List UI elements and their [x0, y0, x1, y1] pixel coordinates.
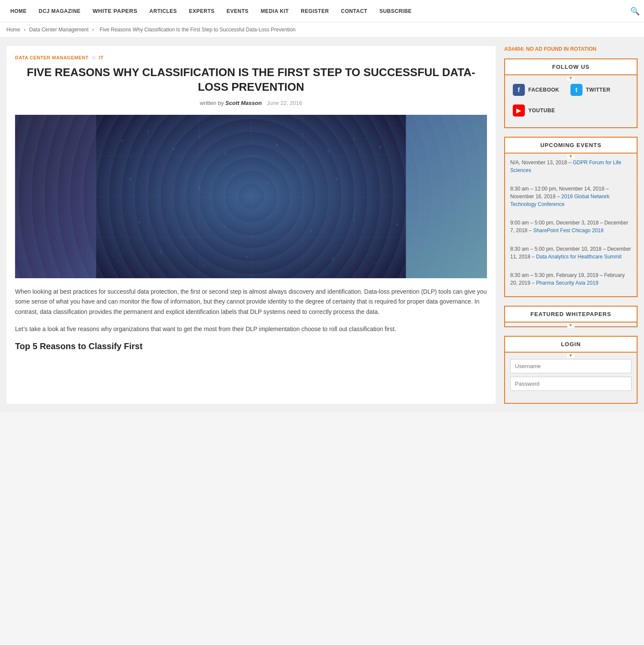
svg-point-29: [203, 264, 205, 266]
svg-point-33: [375, 262, 377, 264]
main-content: DATA CENTER MANAGEMENT ◇ IT FIVE REASONS…: [6, 46, 496, 404]
login-header: LOGIN: [505, 337, 637, 353]
svg-point-1: [121, 139, 123, 142]
event-item-2: 8:30 am – 12:00 pm, November 14, 2018 – …: [505, 180, 637, 214]
upcoming-events-widget: UPCOMING EVENTS N/A, November 13, 2018 –…: [504, 137, 638, 297]
twitter-link[interactable]: t TWITTER: [567, 82, 614, 98]
svg-point-22: [224, 225, 227, 228]
sidebar: AS#404: NO AD FOUND IN ROTATION FOLLOW U…: [504, 46, 638, 404]
svg-point-12: [129, 178, 132, 181]
nav-home[interactable]: HOME: [4, 0, 33, 22]
svg-point-3: [173, 148, 175, 150]
nav-dcj-magazine[interactable]: DCJ MAGAZINE: [33, 0, 86, 22]
svg-point-10: [354, 138, 355, 139]
article-category2-link[interactable]: IT: [99, 55, 104, 60]
breadcrumb: Home › Data Center Management › Five Rea…: [0, 22, 644, 37]
follow-us-widget: FOLLOW US f FACEBOOK t TWITTER ▶ YOUTUBE: [504, 58, 638, 128]
svg-point-28: [160, 251, 162, 254]
nav-media-kit[interactable]: MEDIA KIT: [255, 0, 295, 22]
social-links: f FACEBOOK t TWITTER ▶ YOUTUBE: [505, 75, 637, 121]
search-icon[interactable]: 🔍: [630, 6, 640, 16]
youtube-label: YOUTUBE: [528, 108, 555, 114]
svg-point-11: [379, 146, 382, 148]
svg-point-17: [302, 166, 304, 167]
svg-point-19: [371, 172, 373, 174]
article-body: When looking at best practices for succe…: [15, 287, 487, 351]
twitter-icon: t: [570, 84, 582, 96]
article-featured-image: [15, 115, 487, 278]
svg-rect-0: [96, 115, 406, 278]
login-form: [505, 353, 637, 396]
facebook-icon: f: [513, 84, 525, 96]
twitter-label: TWITTER: [586, 87, 610, 93]
article-title: FIVE REASONS WHY CLASSIFICATION IS THE F…: [15, 65, 487, 95]
svg-point-32: [332, 258, 334, 260]
nav-events[interactable]: EVENTS: [221, 0, 255, 22]
svg-point-27: [117, 260, 119, 262]
breadcrumb-category[interactable]: Data Center Management: [29, 27, 89, 33]
nav-contact[interactable]: CONTACT: [335, 0, 373, 22]
follow-us-header: FOLLOW US: [505, 59, 637, 75]
event-1-date: N/A, November 13, 2018 –: [510, 160, 571, 166]
username-input[interactable]: [510, 359, 632, 373]
event-item-3: 9:00 am – 5:00 pm, December 3, 2018 – De…: [505, 214, 637, 240]
svg-point-18: [336, 178, 339, 181]
nav-articles[interactable]: ARTICLES: [143, 0, 183, 22]
nav-subscribe[interactable]: SUBSCRIBE: [373, 0, 418, 22]
article-category-link[interactable]: DATA CENTER MANAGEMENT: [15, 55, 89, 60]
article-subheading: Top 5 Reasons to Classify First: [15, 341, 487, 351]
svg-point-26: [396, 223, 399, 226]
svg-point-23: [268, 217, 269, 219]
facebook-label: FACEBOOK: [528, 87, 559, 93]
main-nav: HOME DCJ MAGAZINE WHITE PAPERS ARTICLES …: [0, 0, 644, 22]
event-5-link[interactable]: Pharma Security Asia 2019: [536, 280, 598, 286]
svg-point-15: [233, 174, 235, 176]
featured-whitepapers-widget: FEATURED WHITEPAPERS: [504, 306, 638, 327]
svg-point-14: [198, 187, 201, 189]
article-paragraph-1: When looking at best practices for succe…: [15, 287, 487, 317]
sidebar-ad: AS#404: NO AD FOUND IN ROTATION: [504, 46, 638, 52]
login-widget: LOGIN: [504, 336, 638, 404]
svg-point-6: [250, 127, 252, 129]
svg-point-5: [224, 152, 227, 155]
featured-whitepapers-header: FEATURED WHITEPAPERS: [505, 307, 637, 322]
svg-point-2: [147, 131, 149, 133]
youtube-icon: ▶: [513, 104, 525, 117]
svg-point-13: [164, 170, 166, 172]
svg-point-31: [289, 267, 291, 268]
nav-experts[interactable]: EXPERTS: [183, 0, 221, 22]
event-item-5: 8:30 am – 5:30 pm, February 19, 2019 – F…: [505, 266, 637, 292]
password-input[interactable]: [510, 377, 632, 391]
svg-point-24: [310, 230, 313, 232]
meta-separator: ◇: [92, 55, 96, 60]
nav-register[interactable]: REGISTER: [295, 0, 335, 22]
facebook-link[interactable]: f FACEBOOK: [509, 82, 563, 98]
written-by-label: written by: [200, 100, 224, 106]
svg-point-7: [276, 144, 278, 146]
upcoming-events-header: UPCOMING EVENTS: [505, 138, 637, 154]
breadcrumb-home[interactable]: Home: [6, 27, 20, 33]
featured-image-svg: [15, 115, 487, 278]
article-paragraph-2: Let’s take a look at five reasons why or…: [15, 324, 487, 335]
article-date: June 22, 2016: [267, 100, 302, 106]
article-meta-top: DATA CENTER MANAGEMENT ◇ IT: [15, 55, 487, 60]
event-4-link[interactable]: Data Analytics for Healthcare Summit: [536, 254, 622, 260]
event-item-4: 8:30 am – 5:00 pm, December 10, 2018 – D…: [505, 240, 637, 266]
breadcrumb-sep2: ›: [92, 27, 95, 33]
article-author: Scott Masson: [225, 100, 262, 106]
breadcrumb-current: Five Reasons Why Classification Is the F…: [99, 27, 296, 33]
svg-point-30: [246, 255, 248, 258]
svg-point-4: [199, 135, 200, 137]
breadcrumb-sep1: ›: [24, 27, 27, 33]
article-byline: written by Scott Masson June 22, 2016: [15, 100, 487, 106]
svg-point-16: [267, 182, 270, 185]
svg-point-20: [138, 221, 141, 224]
event-3-link[interactable]: SharePoint Fest Chicago 2018: [533, 227, 603, 233]
youtube-link[interactable]: ▶ YOUTUBE: [509, 102, 558, 119]
svg-point-25: [354, 219, 355, 221]
svg-point-21: [182, 213, 183, 215]
svg-point-9: [327, 150, 330, 153]
svg-point-8: [302, 133, 304, 135]
nav-white-papers[interactable]: WHITE PAPERS: [86, 0, 143, 22]
page-wrapper: DATA CENTER MANAGEMENT ◇ IT FIVE REASONS…: [0, 37, 644, 412]
